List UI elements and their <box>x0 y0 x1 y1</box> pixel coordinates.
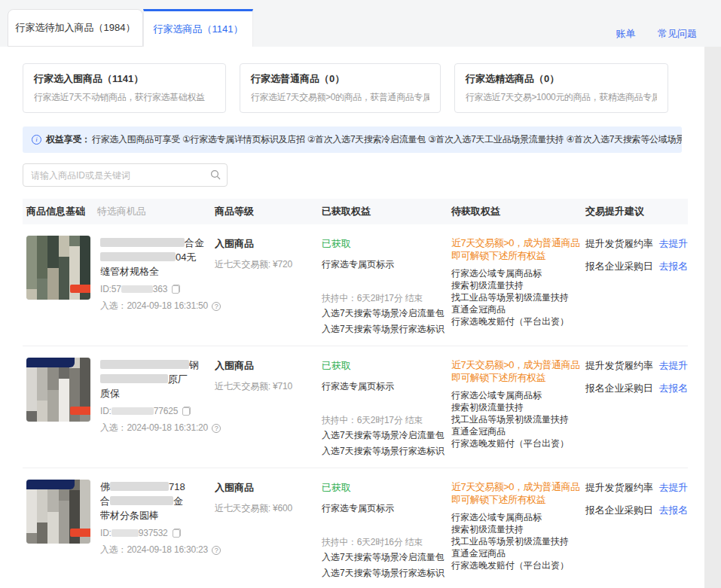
scrollbar-track[interactable] <box>704 47 721 588</box>
suggestion-link[interactable]: 去提升 <box>659 482 688 493</box>
pending-item: 行家选公域专属商品标 <box>451 389 585 401</box>
suggestion-link[interactable]: 去报名 <box>659 382 688 394</box>
enlist-time-text: 入选：2024-09-18 16:31:50 <box>100 300 208 312</box>
notice-label: 权益享受： <box>46 133 90 146</box>
support-item: 入选7天搜索等场景冷启流量包 <box>322 306 451 321</box>
summary-card-shortlisted[interactable]: 行家选入围商品（1141） 行家选近7天不动销商品，获行家选基础权益 <box>23 63 226 113</box>
product-title[interactable]: 钢原厂质保 <box>100 358 213 401</box>
pending-item: 行家选晚发赔付（平台出资） <box>451 559 585 571</box>
support-item: 入选7天搜索等场景行家选标识 <box>322 566 451 580</box>
col-header-product-info: 商品信息基础 特选商机品 <box>26 205 215 218</box>
product-text-block: 合金04无缝管材规格全ID: 57363入选：2024-09-18 16:31:… <box>100 236 213 337</box>
tab-selected-products[interactable]: 行家选商品（1141） <box>143 9 253 47</box>
product-title-line: 质保 <box>100 386 213 401</box>
product-title-line: 合金 <box>100 494 213 508</box>
suggestion-item: 提升发货履约率去提升 <box>585 237 688 251</box>
thumbnail-tag <box>70 285 90 293</box>
link-bill[interactable]: 账单 <box>616 28 635 39</box>
tab-product-info-basic[interactable]: 商品信息基础 <box>26 206 85 217</box>
benefit-notice: i 权益享受： 行家选入围商品可享受 ①行家选专属详情页标识及店招 ②首次入选7… <box>23 126 682 153</box>
grade-label: 入围商品 <box>215 481 322 495</box>
pending-item: 直通金冠商品 <box>451 547 585 559</box>
product-title-line: 佛718 <box>100 480 213 494</box>
pending-headline: 近7天交易额>0，成为普通商品即可解锁下述所有权益 <box>451 236 584 262</box>
suggestion-text: 报名企业采购日 <box>585 504 653 516</box>
grade-label: 入围商品 <box>215 237 322 251</box>
copy-icon[interactable] <box>172 285 179 294</box>
pending-item: 找工业品等场景初级流量扶持 <box>451 291 585 303</box>
grade-amount: 近七天交易额: ¥710 <box>215 380 322 393</box>
search-input[interactable] <box>23 163 228 187</box>
enlist-time: 入选：2024-09-18 16:30:23? <box>100 544 213 556</box>
card-desc: 行家选近7天交易>1000元的商品，获精选商品专属权益 <box>466 91 657 104</box>
thumbnail-tag <box>70 407 90 415</box>
copy-icon[interactable] <box>182 407 190 416</box>
product-title-line: 04无 <box>100 250 213 264</box>
pending-headline: 近7天交易额>0，成为普通商品即可解锁下述所有权益 <box>451 480 584 506</box>
product-id-label: ID: <box>100 528 112 538</box>
suggestion-item: 报名企业采购日去报名 <box>585 504 688 517</box>
copy-icon[interactable] <box>173 529 180 538</box>
product-title-line: 原厂 <box>100 372 213 386</box>
pending-item: 搜索初级流量扶持 <box>451 401 585 413</box>
page: 行家选待加入商品（1984） 行家选商品（1141） 账单 常见问题 行家选入围… <box>0 0 721 588</box>
acquired-item: 行家选专属页标示 <box>322 502 451 515</box>
product-info-cell: 合金04无缝管材规格全ID: 57363入选：2024-09-18 16:31:… <box>26 236 215 337</box>
suggestion-link[interactable]: 去报名 <box>659 260 688 272</box>
suggestion-text: 提升发货履约率 <box>585 482 653 493</box>
acquired-cell: 已获取行家选专属页标示扶持中：6天2时17分 结束入选7天搜索等场景冷启流量包入… <box>322 358 451 459</box>
col-header-trade-suggestions: 交易提升建议 <box>585 205 688 218</box>
suggestion-text: 提升发货履约率 <box>585 238 653 249</box>
suggestion-item: 报名企业采购日去报名 <box>585 382 688 395</box>
top-links: 账单 常见问题 <box>596 27 697 41</box>
summary-card-normal[interactable]: 行家选普通商品（0） 行家选近7天交易额>0的商品，获普通商品专属权益 <box>240 63 441 113</box>
support-item: 入选7天搜索等场景行家选标识 <box>322 444 451 459</box>
pending-item: 行家选晚发赔付（平台出资） <box>451 437 585 449</box>
table-row: 合金04无缝管材规格全ID: 57363入选：2024-09-18 16:31:… <box>23 224 688 346</box>
product-thumbnail[interactable] <box>26 358 90 422</box>
link-faq[interactable]: 常见问题 <box>658 28 697 39</box>
suggestions-cell: 提升发货履约率去提升报名企业采购日去报名 <box>585 358 688 459</box>
grade-amount: 近七天交易额: ¥720 <box>215 258 322 271</box>
tab-selected-opportunity[interactable]: 特选商机品 <box>97 206 146 217</box>
products-table: 商品信息基础 特选商机品 商品等级 已获取权益 待获取权益 交易提升建议 合金0… <box>23 199 688 588</box>
suggestion-link[interactable]: 去提升 <box>659 360 688 371</box>
product-title[interactable]: 合金04无缝管材规格全 <box>100 236 213 279</box>
acquired-item: 行家选专属页标示 <box>322 258 451 271</box>
pending-item: 搜索初级流量扶持 <box>451 523 585 535</box>
product-title-line: 带材分条圆棒 <box>100 508 213 522</box>
pending-item: 找工业品等场景初级流量扶持 <box>451 413 585 425</box>
product-text-block: 钢原厂质保ID: 77625入选：2024-09-18 16:31:20? <box>100 358 213 459</box>
acquired-status: 已获取 <box>322 237 451 251</box>
tab-pending-products[interactable]: 行家选待加入商品（1984） <box>8 9 143 47</box>
grade-amount: 近七天交易额: ¥600 <box>215 502 322 515</box>
table-row: 钢原厂质保ID: 77625入选：2024-09-18 16:31:20?入围商… <box>23 346 688 468</box>
product-title[interactable]: 佛718合金带材分条圆棒 <box>100 480 213 522</box>
col-header-grade: 商品等级 <box>215 205 322 218</box>
support-item: 入选7天搜索等场景冷启流量包 <box>322 550 451 565</box>
pending-item: 搜索初级流量扶持 <box>451 279 585 291</box>
suggestion-link[interactable]: 去提升 <box>659 238 688 249</box>
censored-text <box>110 482 169 491</box>
notice-text: 行家选入围商品可享受 ①行家选专属详情页标识及店招 ②首次入选7天搜索冷启流量包… <box>92 133 682 146</box>
suggestion-link[interactable]: 去报名 <box>659 504 688 516</box>
suggestions-cell: 提升发货履约率去提升报名企业采购日去报名 <box>585 236 688 337</box>
acquired-cell: 已获取行家选专属页标示扶持中：6天2时16分 结束入选7天搜索等场景冷启流量包入… <box>322 480 451 580</box>
pending-headline: 近7天交易额>0，成为普通商品即可解锁下述所有权益 <box>451 358 584 384</box>
card-title: 行家选入围商品（1141） <box>34 72 215 86</box>
product-thumbnail[interactable] <box>26 236 90 300</box>
search-icon[interactable] <box>210 169 221 180</box>
product-info-cell: 钢原厂质保ID: 77625入选：2024-09-18 16:31:20? <box>26 358 215 459</box>
product-thumbnail[interactable] <box>26 480 90 544</box>
summary-cards: 行家选入围商品（1141） 行家选近7天不动销商品，获行家选基础权益 行家选普通… <box>23 63 682 113</box>
acquired-item: 行家选专属页标示 <box>322 380 451 393</box>
acquired-status: 已获取 <box>322 481 451 495</box>
pending-cell: 近7天交易额>0，成为普通商品即可解锁下述所有权益行家选公域专属商品标搜索初级流… <box>451 358 585 459</box>
summary-card-featured[interactable]: 行家选精选商品（0） 行家选近7天交易>1000元的商品，获精选商品专属权益 <box>454 63 668 113</box>
suggestion-item: 提升发货履约率去提升 <box>585 481 688 495</box>
censored-text <box>112 407 154 415</box>
card-desc: 行家选近7天不动销商品，获行家选基础权益 <box>34 91 215 104</box>
info-icon: i <box>32 135 41 145</box>
table-row: 佛718合金带材分条圆棒ID: 937532入选：2024-09-18 16:3… <box>23 468 688 588</box>
censored-text <box>100 252 176 261</box>
